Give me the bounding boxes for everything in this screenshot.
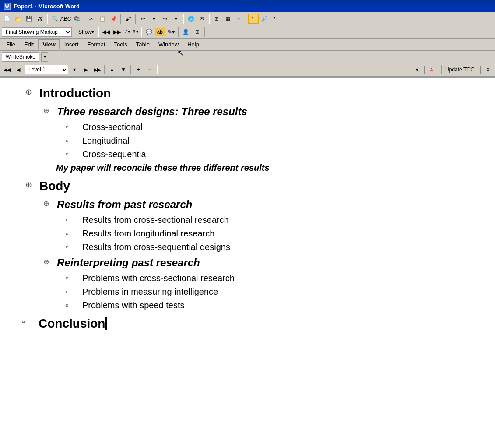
menu-file[interactable]: File (2, 39, 20, 49)
outline-sep-1 (104, 65, 105, 74)
separator-1 (47, 14, 48, 24)
move-down[interactable]: ▼ (118, 64, 129, 75)
mail-button[interactable]: ✉ (197, 14, 207, 24)
menu-format[interactable]: Format (83, 39, 109, 49)
spell-button[interactable]: ABC (60, 14, 71, 24)
promote-max[interactable]: ◀◀ (2, 64, 12, 75)
columns-button[interactable]: ≡ (233, 14, 244, 24)
expand-marker-reinterp[interactable]: ⊕ (39, 258, 53, 266)
undo-dropdown[interactable]: ▾ (149, 14, 159, 24)
toolbar-area: 📄 📂 💾 🖨 🔍 ABC 📚 ✂ 📋 📌 🖌 (0, 12, 495, 78)
menu-table[interactable]: Table (132, 39, 154, 49)
heading-results-past: Results from past research (57, 198, 192, 211)
whitesmoke-button[interactable]: WhiteSmoke (2, 52, 39, 62)
separator-7 (246, 14, 246, 24)
move-up[interactable]: ▲ (107, 64, 117, 75)
zoom-button[interactable]: 🔎 (259, 14, 270, 24)
expand-marker-2[interactable]: ⊕ (39, 106, 53, 115)
new-comment[interactable]: 💬 (144, 27, 154, 37)
bullet-conclusion: ▫ (22, 317, 35, 327)
redo-dropdown[interactable]: ▾ (171, 14, 181, 24)
outline-view-active[interactable]: ¶ (248, 14, 259, 24)
outline-toolbar: ◀◀ ◀ Level 1 ▾ ▶ ▶▶ ▲ ▼ + − ▾ A ‾ Update… (0, 63, 495, 77)
update-toc-label: Update TOC (445, 67, 474, 73)
reviewing-pane[interactable]: ⊞ (192, 27, 203, 37)
track-changes[interactable]: ✎▾ (166, 27, 176, 37)
copy-button[interactable]: 📋 (97, 14, 108, 24)
collapse-btn[interactable]: − (144, 64, 155, 75)
show-button[interactable]: Show ▾ (76, 27, 96, 37)
paste-button[interactable]: 📌 (108, 14, 119, 24)
print-button[interactable]: 🖨 (35, 14, 45, 24)
bullet-results-cross: ▫ (66, 215, 79, 225)
accept-change[interactable]: ✓▾ (123, 27, 131, 37)
outline-sep-6 (480, 66, 481, 74)
expand-marker-results[interactable]: ⊕ (39, 199, 53, 208)
expand-marker-body[interactable]: ⊕ (22, 180, 35, 190)
insert-table[interactable]: ⊞ (211, 14, 222, 24)
redo-button[interactable]: ↪ (160, 14, 170, 24)
text-reconcile: My paper will reconcile these three diff… (56, 163, 270, 173)
new-button[interactable]: 📄 (2, 14, 12, 24)
whitesmoke-toolbar: WhiteSmoke ▾ (0, 51, 495, 63)
open-button[interactable]: 📂 (13, 14, 23, 24)
outline-item-longitudinal: ▫ Longitudinal (66, 136, 482, 146)
outline-sep-2 (130, 65, 131, 74)
update-toc-button[interactable]: Update TOC (441, 65, 478, 74)
menu-edit[interactable]: Edit (20, 39, 38, 49)
demote-one[interactable]: ▶ (81, 64, 91, 75)
web-button[interactable]: 🌐 (186, 14, 196, 24)
sep-markup-3 (141, 27, 142, 37)
menu-tools[interactable]: Tools (110, 39, 132, 49)
web-tools: 🌐 ✉ (186, 14, 207, 24)
outline-level-dropdown[interactable]: ▾ (69, 64, 80, 75)
show-hide[interactable]: ¶ (270, 14, 281, 24)
text-cross-sectional: Cross-sectional (82, 122, 143, 132)
demote-max[interactable]: ▶▶ (92, 64, 102, 75)
format-painter[interactable]: 🖌 (123, 14, 133, 24)
text-prob-speed: Problems with speed tests (82, 300, 184, 310)
expand-btn[interactable]: + (133, 64, 144, 75)
outline-level-select[interactable]: Level 1 (25, 65, 68, 74)
window-title: Paper1 - Microsoft Word (14, 3, 80, 10)
whitesmoke-dropdown[interactable]: ▾ (41, 52, 48, 62)
separator-5 (183, 14, 184, 24)
outline-sep-4 (424, 66, 425, 74)
close-outline-btn[interactable]: ✕ (483, 64, 493, 75)
promote-one[interactable]: ◀ (13, 64, 24, 75)
text-cross-sequential: Cross-sequential (82, 149, 148, 159)
level-dropdown2[interactable]: ▾ (412, 64, 422, 75)
expand-marker-1[interactable]: ⊕ (22, 87, 35, 97)
menu-help[interactable]: Help (183, 39, 204, 49)
cut-button[interactable]: ✂ (86, 14, 97, 24)
markup-select[interactable]: Final Showing Markup (2, 27, 72, 37)
save-button[interactable]: 💾 (24, 14, 34, 24)
reviewer-btn[interactable]: 👤 (181, 27, 191, 37)
preview-button[interactable]: 🔍 (49, 14, 60, 24)
heading-body: Body (39, 179, 70, 193)
app-icon: W (4, 3, 11, 10)
table-grid[interactable]: ▦ (222, 14, 233, 24)
menu-insert[interactable]: Insert (60, 39, 83, 49)
separator-4 (135, 14, 136, 24)
next-revision[interactable]: ▶▶ (112, 27, 123, 37)
title-bar: W Paper1 - Microsoft Word (0, 0, 495, 12)
menu-window[interactable]: Window (154, 39, 183, 49)
text-prob-cross: Problems with cross-sectional research (82, 273, 235, 283)
text-longitudinal: Longitudinal (82, 136, 130, 146)
outline-item-reinterpreting: ⊕ Reinterpreting past research (39, 257, 482, 269)
menu-view[interactable]: View (38, 39, 60, 49)
reject-change[interactable]: ✗▾ (132, 27, 139, 37)
outline-sep-3 (157, 65, 158, 74)
format-a-indicator: A (427, 65, 436, 74)
sep-markup-5 (204, 27, 205, 37)
research-button[interactable]: 📚 (71, 14, 82, 24)
bullet-reconcile: ▫ (39, 163, 53, 173)
undo-button[interactable]: ↩ (138, 14, 148, 24)
outline-item-results-past: ⊕ Results from past research (39, 198, 482, 211)
review-toolbar: Final Showing Markup Show ▾ ◀◀ ▶▶ ✓▾ ✗▾ … (0, 25, 495, 39)
document-area[interactable]: ⊕ Introduction ⊕ Three research designs:… (0, 78, 495, 448)
menu-bar: File Edit View Insert Format Tools Table… (0, 39, 495, 51)
prev-revision[interactable]: ◀◀ (101, 27, 111, 37)
table-tools: ⊞ ▦ ≡ (211, 14, 244, 24)
